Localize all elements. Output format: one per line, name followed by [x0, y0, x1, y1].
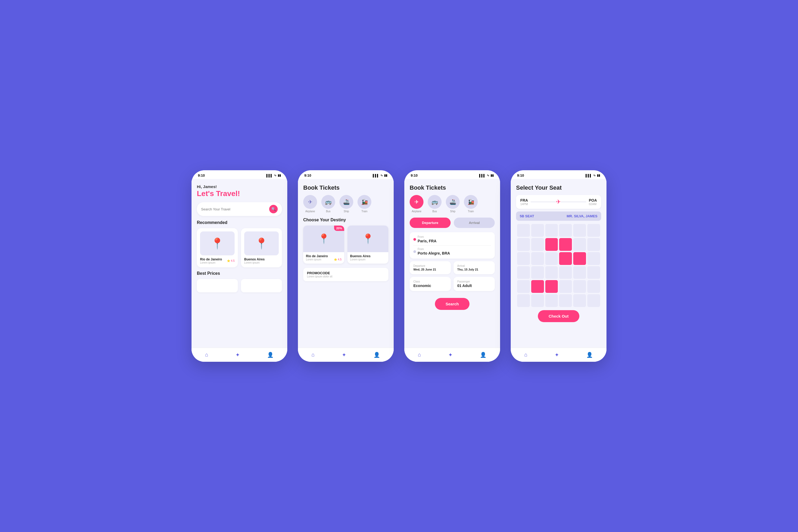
seat-3b[interactable] — [531, 252, 544, 265]
seat-1d[interactable] — [559, 224, 572, 237]
search-bar[interactable]: 🔍 — [197, 202, 282, 216]
battery-icon-1: ▮▮ — [278, 174, 281, 177]
seat-2e[interactable] — [573, 238, 586, 251]
seat-5d[interactable] — [559, 280, 572, 293]
transport-bus-2[interactable]: 🚌 Bus — [321, 195, 335, 213]
nav-search-2[interactable]: ✦ — [342, 352, 346, 358]
seat-1e[interactable] — [573, 224, 586, 237]
seat-4c[interactable] — [545, 266, 558, 279]
seat-6a[interactable] — [517, 294, 530, 307]
seat-1b[interactable] — [531, 224, 544, 237]
seat-6c[interactable] — [545, 294, 558, 307]
seat-6d[interactable] — [559, 294, 572, 307]
from-field[interactable]: From Paris, FRA From Porto Alegre, BRA — [410, 232, 495, 259]
nav-bar-2: ⌂ ✦ 👤 — [298, 348, 394, 362]
route-line-bar-right — [561, 202, 586, 202]
notch-3 — [441, 170, 463, 175]
nav-home-1[interactable]: ⌂ — [205, 352, 208, 358]
search-button[interactable]: 🔍 — [269, 205, 278, 213]
promo-box[interactable]: PROMOCODE Lorem ipsum dolor sit — [303, 268, 388, 281]
seat-4f[interactable] — [587, 266, 600, 279]
transport-ship-3[interactable]: 🚢 Ship — [446, 195, 460, 213]
screen-home: Hi, James! Let's Travel! 🔍 Recommended 📍 — [191, 179, 287, 348]
dest-card2-rio[interactable]: 📍 20% Rio de Janeiro Lorem ipsum ⭐ 4.5 — [303, 226, 344, 264]
seat-2f[interactable] — [587, 238, 600, 251]
seat-5f[interactable] — [587, 280, 600, 293]
seat-3a[interactable] — [517, 252, 530, 265]
nav-search-3[interactable]: ✦ — [448, 352, 453, 358]
nav-profile-1[interactable]: 👤 — [267, 352, 274, 358]
search-big-button[interactable]: Search — [435, 298, 470, 310]
dest-cards-2: 📍 20% Rio de Janeiro Lorem ipsum ⭐ 4.5 — [303, 226, 388, 264]
search-input[interactable] — [201, 207, 269, 211]
bus-circle-2: 🚌 — [321, 195, 335, 209]
seat-3d[interactable] — [559, 252, 572, 265]
nav-bar-1: ⌂ ✦ 👤 — [191, 348, 287, 362]
tab-departure[interactable]: Departure — [410, 217, 451, 228]
route-to: POA 02AM — [589, 198, 597, 206]
route-bar: FRA 14PM ✈ POA 02AM — [516, 195, 601, 209]
seat-5b[interactable] — [531, 280, 544, 293]
dest-card2-buenos[interactable]: 📍 Buenos Aires Lorem ipsum — [347, 226, 388, 264]
phones-container: 9:10 ▌▌▌ ∿ ▮▮ Hi, James! Let's Travel! 🔍… — [191, 170, 607, 362]
nav-profile-3[interactable]: 👤 — [480, 352, 487, 358]
checkout-button[interactable]: Check Out — [538, 310, 579, 322]
nav-profile-2[interactable]: 👤 — [374, 352, 380, 358]
nav-search-4[interactable]: ✦ — [555, 352, 559, 358]
wifi-icon-3: ∿ — [487, 174, 489, 177]
seat-2a[interactable] — [517, 238, 530, 251]
price-card-2[interactable] — [241, 279, 282, 292]
seat-5a[interactable] — [517, 280, 530, 293]
to-field-inner: From Porto Alegre, BRA — [413, 248, 491, 255]
seat-6b[interactable] — [531, 294, 544, 307]
page-title-3: Book Tickets — [410, 184, 495, 191]
notch-2 — [335, 170, 357, 175]
dest-name-rio: Rio de Janeiro Lorem ipsum — [200, 258, 222, 264]
seat-1c[interactable] — [545, 224, 558, 237]
arrival-date-field[interactable]: Arrival Thu, 15 July 21 — [454, 261, 495, 274]
dest-card-buenos[interactable]: 📍 Buenos Aires Lorem ipsum — [241, 228, 282, 267]
greeting-main: Let's Travel! — [197, 189, 282, 198]
transport-airplane-2[interactable]: ✈ Airplane — [303, 195, 317, 213]
seat-2d[interactable] — [559, 238, 572, 251]
nav-home-2[interactable]: ⌂ — [311, 352, 315, 358]
tab-arrival[interactable]: Arrival — [454, 217, 495, 228]
seat-2c[interactable] — [545, 238, 558, 251]
seat-4e[interactable] — [573, 266, 586, 279]
signal-icon-2: ▌▌▌ — [373, 174, 379, 177]
transport-train-3[interactable]: 🚂 Train — [464, 195, 478, 213]
nav-home-3[interactable]: ⌂ — [418, 352, 421, 358]
nav-home-4[interactable]: ⌂ — [524, 352, 528, 358]
seat-1a[interactable] — [517, 224, 530, 237]
seat-2b[interactable] — [531, 238, 544, 251]
passenger-field[interactable]: Passenger 01 Adult — [454, 277, 495, 291]
seat-6e[interactable] — [573, 294, 586, 307]
nav-profile-4[interactable]: 👤 — [586, 352, 593, 358]
seat-3c[interactable] — [545, 252, 558, 265]
seat-6f[interactable] — [587, 294, 600, 307]
ship-circle-2: 🚢 — [339, 195, 353, 209]
seat-5c[interactable] — [545, 280, 558, 293]
class-value: Economic — [413, 284, 447, 288]
class-field[interactable]: Class Economic — [410, 277, 451, 291]
transport-airplane-3[interactable]: ✈ Airplane — [410, 195, 423, 213]
transport-train-2[interactable]: 🚂 Train — [358, 195, 371, 213]
dest-card-rio[interactable]: 📍 Rio de Janeiro Lorem ipsum ⭐ 4.5 — [197, 228, 238, 267]
nav-search-1[interactable]: ✦ — [235, 352, 240, 358]
seat-3e[interactable] — [573, 252, 586, 265]
departure-date-field[interactable]: Departure Wed, 25 June 21 — [410, 261, 451, 274]
seat-3f[interactable] — [587, 252, 600, 265]
seat-4d[interactable] — [559, 266, 572, 279]
seat-4a[interactable] — [517, 266, 530, 279]
seat-1f[interactable] — [587, 224, 600, 237]
battery-icon-3: ▮▮ — [491, 174, 494, 177]
transport-ship-2[interactable]: 🚢 Ship — [339, 195, 353, 213]
transport-bus-3[interactable]: 🚌 Bus — [428, 195, 441, 213]
seat-4b[interactable] — [531, 266, 544, 279]
price-card-1[interactable] — [197, 279, 238, 292]
promo-sub: Lorem ipsum dolor sit — [307, 275, 385, 278]
seat-5e[interactable] — [573, 280, 586, 293]
status-time-3: 9:10 — [411, 173, 418, 177]
dest-name-buenos: Buenos Aires Lorem ipsum — [244, 258, 265, 264]
transport-row-3: ✈ Airplane 🚌 Bus 🚢 Ship 🚂 Train — [410, 195, 495, 213]
